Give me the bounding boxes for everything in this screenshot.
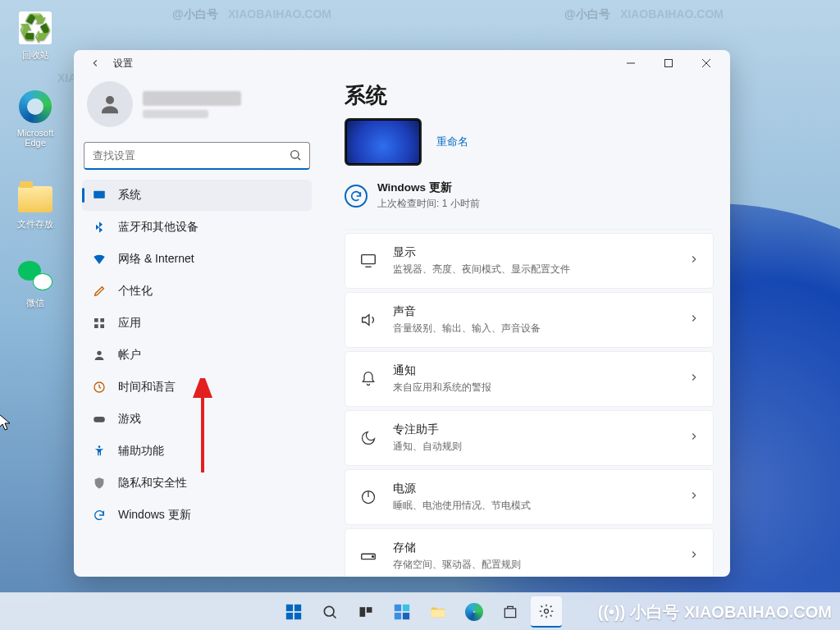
drive-icon bbox=[358, 546, 378, 566]
card-power[interactable]: 电源睡眠、电池使用情况、节电模式 bbox=[345, 469, 714, 525]
device-thumbnail[interactable] bbox=[345, 118, 422, 166]
start-button[interactable] bbox=[278, 596, 309, 628]
desktop-icon-label: Microsoft Edge bbox=[7, 128, 64, 148]
window-title: 设置 bbox=[113, 57, 133, 71]
update-refresh-icon bbox=[345, 185, 368, 208]
file-explorer-button[interactable] bbox=[422, 596, 454, 628]
sidebar-item-time-language[interactable]: 时间和语言 bbox=[82, 372, 312, 403]
bluetooth-icon bbox=[92, 220, 107, 235]
store-button[interactable] bbox=[495, 596, 526, 628]
svg-rect-11 bbox=[100, 324, 104, 328]
desktop-icon-label: 微信 bbox=[7, 297, 64, 309]
svg-rect-7 bbox=[94, 191, 105, 199]
sidebar-item-privacy[interactable]: 隐私和安全性 bbox=[82, 468, 312, 499]
edge-button[interactable] bbox=[459, 596, 490, 628]
close-button[interactable] bbox=[687, 50, 725, 76]
desktop-icon-folder[interactable]: 文件存放 bbox=[7, 179, 64, 231]
widgets-button[interactable] bbox=[386, 596, 418, 628]
sidebar-item-accessibility[interactable]: 辅助功能 bbox=[82, 436, 312, 467]
sidebar-item-label: 时间和语言 bbox=[118, 380, 176, 395]
svg-point-15 bbox=[98, 445, 101, 448]
sidebar-item-personalization[interactable]: 个性化 bbox=[82, 276, 312, 307]
svg-rect-17 bbox=[362, 255, 376, 264]
svg-rect-35 bbox=[431, 609, 445, 617]
svg-rect-33 bbox=[395, 612, 401, 619]
watermark-corner: ((•))小白号 XIAOBAIHAO.COM bbox=[598, 601, 832, 623]
profile-email bbox=[143, 110, 208, 118]
svg-rect-32 bbox=[403, 604, 409, 610]
sidebar-item-windows-update[interactable]: Windows 更新 bbox=[82, 500, 312, 531]
desktop-icon-edge[interactable]: Microsoft Edge bbox=[7, 89, 64, 148]
sidebar-item-system[interactable]: 系统 bbox=[82, 180, 312, 211]
mouse-cursor bbox=[0, 413, 13, 431]
svg-rect-9 bbox=[100, 318, 104, 322]
back-button[interactable] bbox=[84, 52, 107, 75]
svg-rect-8 bbox=[94, 318, 98, 322]
svg-rect-1 bbox=[665, 60, 673, 67]
search-icon bbox=[289, 148, 302, 165]
desktop-icon-label: 回收站 bbox=[7, 49, 64, 62]
sidebar-item-label: 隐私和安全性 bbox=[118, 476, 187, 491]
apps-icon bbox=[92, 316, 107, 331]
sidebar-item-accounts[interactable]: 帐户 bbox=[82, 340, 312, 371]
card-focus-assist[interactable]: 专注助手通知、自动规则 bbox=[345, 410, 714, 466]
svg-rect-14 bbox=[94, 417, 105, 422]
svg-rect-30 bbox=[367, 607, 372, 613]
profile-block[interactable] bbox=[82, 76, 312, 142]
person-icon bbox=[92, 348, 107, 363]
sidebar-item-label: 帐户 bbox=[118, 348, 141, 363]
accessibility-icon bbox=[92, 444, 107, 459]
svg-point-4 bbox=[106, 96, 114, 104]
window-titlebar: 设置 bbox=[74, 50, 730, 76]
svg-rect-34 bbox=[403, 612, 409, 619]
card-notifications[interactable]: 通知来自应用和系统的警报 bbox=[345, 351, 714, 407]
sidebar-item-gaming[interactable]: 游戏 bbox=[82, 404, 312, 435]
sidebar-item-bluetooth[interactable]: 蓝牙和其他设备 bbox=[82, 212, 312, 243]
desktop-icon-wechat[interactable]: 微信 bbox=[7, 258, 64, 309]
maximize-button[interactable] bbox=[650, 50, 687, 76]
moon-icon bbox=[358, 428, 378, 448]
minimize-button[interactable] bbox=[612, 50, 650, 76]
rename-link[interactable]: 重命名 bbox=[436, 135, 468, 149]
windows-update-status[interactable]: Windows 更新 上次检查时间: 1 小时前 bbox=[345, 180, 714, 211]
svg-point-5 bbox=[291, 151, 299, 158]
shield-icon bbox=[92, 476, 107, 491]
chevron-right-icon bbox=[688, 372, 700, 386]
svg-rect-25 bbox=[286, 612, 293, 619]
chevron-right-icon bbox=[688, 313, 700, 327]
svg-rect-24 bbox=[294, 604, 301, 610]
card-storage[interactable]: 存储存储空间、驱动器、配置规则 bbox=[345, 528, 714, 577]
card-display[interactable]: 显示监视器、亮度、夜间模式、显示配置文件 bbox=[345, 233, 714, 289]
taskbar-search-button[interactable] bbox=[314, 596, 345, 628]
sidebar-item-network[interactable]: 网络 & Internet bbox=[82, 244, 312, 275]
desktop-icon-recycle-bin[interactable]: ♻️ 回收站 bbox=[7, 10, 64, 62]
speaker-icon bbox=[358, 310, 378, 330]
svg-rect-23 bbox=[286, 604, 293, 610]
update-title: Windows 更新 bbox=[377, 180, 480, 195]
chevron-right-icon bbox=[688, 490, 700, 504]
task-view-button[interactable] bbox=[350, 596, 381, 628]
settings-button[interactable] bbox=[531, 596, 562, 628]
search-input[interactable] bbox=[84, 142, 310, 170]
card-sound[interactable]: 声音音量级别、输出、输入、声音设备 bbox=[345, 292, 714, 348]
desktop-icon-label: 文件存放 bbox=[7, 218, 64, 231]
power-icon bbox=[358, 487, 378, 507]
wechat-icon bbox=[18, 261, 52, 290]
page-title: 系统 bbox=[345, 81, 714, 110]
wifi-icon bbox=[92, 252, 107, 267]
profile-name bbox=[143, 91, 241, 106]
sidebar-item-apps[interactable]: 应用 bbox=[82, 308, 312, 339]
svg-rect-10 bbox=[94, 324, 98, 328]
svg-point-22 bbox=[372, 556, 374, 558]
sidebar-item-label: 游戏 bbox=[118, 412, 141, 427]
svg-line-6 bbox=[298, 158, 300, 160]
svg-line-28 bbox=[333, 614, 336, 618]
settings-window: 设置 bbox=[74, 50, 730, 577]
update-icon bbox=[92, 508, 107, 523]
sidebar: 系统 蓝牙和其他设备 网络 & Internet 个性化 应用 bbox=[74, 76, 320, 577]
gamepad-icon bbox=[92, 412, 107, 427]
avatar bbox=[87, 81, 133, 127]
sidebar-item-label: 应用 bbox=[118, 316, 141, 331]
svg-rect-26 bbox=[294, 612, 301, 619]
recycle-bin-icon: ♻️ bbox=[19, 11, 52, 44]
